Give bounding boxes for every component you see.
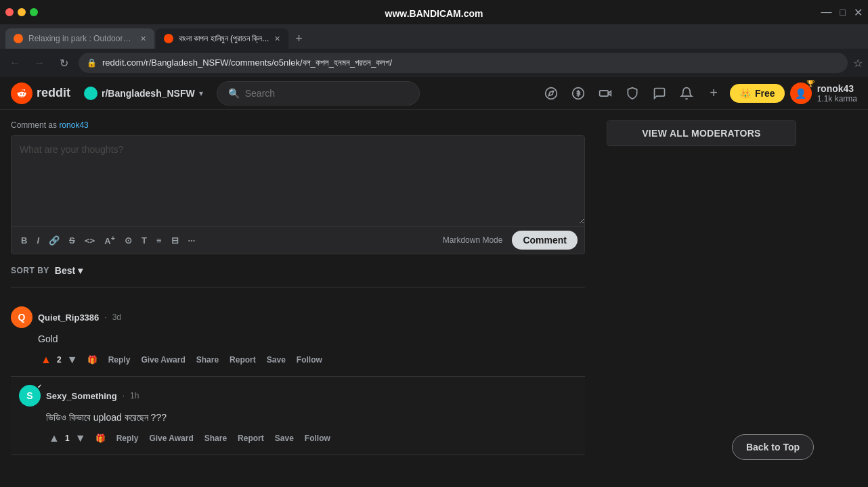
chevron-down-icon: ▾ (199, 89, 203, 98)
heading-button[interactable]: T (139, 234, 150, 247)
sort-select[interactable]: Best ▾ (55, 265, 83, 276)
sort-bar: SORT BY Best ▾ (11, 265, 585, 287)
svg-point-1 (546, 87, 557, 99)
address-bar[interactable]: 🔒 reddit.com/r/Bangladesh_NSFW/comments/… (79, 53, 848, 73)
chrome-restore[interactable]: □ (840, 7, 846, 18)
subreddit-name: r/Bangladesh_NSFW (102, 88, 195, 99)
minimize-window-btn[interactable] (18, 8, 26, 16)
video-icon[interactable] (594, 83, 616, 104)
comment1-author[interactable]: Quiet_Rip3386 (38, 312, 99, 323)
header-icons: + 👑 Free 👤 🏆 ronok43 1.1k karma (540, 83, 857, 104)
svg-rect-4 (600, 90, 609, 95)
sort-chevron-icon: ▾ (78, 265, 83, 276)
address-bar-row: ← → ↻ 🔒 reddit.com/r/Bangladesh_NSFW/com… (0, 49, 868, 77)
comment2-save-button[interactable]: Save (271, 431, 298, 446)
close-window-btn[interactable] (5, 8, 14, 16)
compass-icon[interactable] (540, 83, 562, 104)
bold-button[interactable]: B (18, 234, 30, 247)
strikethrough-button[interactable]: S (66, 234, 78, 247)
comment2-vote-count: 1 (65, 434, 70, 443)
tab2-close[interactable]: ✕ (274, 34, 280, 43)
bookmark-button[interactable]: ☆ (853, 57, 863, 70)
tab-1[interactable]: Relaxing in park : OutdoorRecre... ✕ (5, 28, 154, 49)
window-controls[interactable] (5, 8, 38, 16)
spoiler-button[interactable]: ⊙ (122, 234, 135, 247)
comment1-downvote-button[interactable]: ▼ (64, 352, 81, 368)
user-avatar: 👤 🏆 (790, 83, 812, 104)
link-button[interactable]: 🔗 (46, 234, 62, 247)
comment2-reply-button[interactable]: Reply (112, 431, 143, 446)
sidebar: VIEW ALL MODERATORS (596, 110, 807, 487)
submit-comment-button[interactable]: Comment (512, 231, 578, 250)
italic-button[interactable]: I (34, 234, 42, 247)
more-options-button[interactable]: ··· (186, 234, 198, 247)
sort-label: SORT BY (11, 266, 49, 275)
refresh-button[interactable]: ↻ (54, 53, 73, 72)
comment2-downvote-button[interactable]: ▼ (72, 430, 89, 446)
comment2-share-button[interactable]: Share (200, 431, 231, 446)
view-all-moderators-button[interactable]: VIEW ALL MODERATORS (607, 121, 796, 145)
comment2-author[interactable]: Sexy_Something (46, 391, 117, 401)
comment1-give-award-button[interactable]: Give Award (137, 352, 189, 367)
code-button[interactable]: <> (82, 234, 98, 247)
back-button[interactable]: ← (5, 53, 24, 72)
content-area: Comment as ronok43 B I 🔗 S <> A+ ⊙ T ≡ ⊟… (0, 110, 596, 487)
comment1-report-button[interactable]: Report (225, 352, 260, 367)
subreddit-icon (84, 87, 97, 100)
chat-icon[interactable] (649, 83, 670, 104)
comment1-follow-button[interactable]: Follow (292, 352, 326, 367)
forward-button[interactable]: → (30, 53, 49, 72)
comment-as-label: Comment as ronok43 (11, 120, 585, 130)
user-menu[interactable]: 👤 🏆 ronok43 1.1k karma (790, 83, 857, 104)
comment2-upvote-button[interactable]: ▲ (46, 430, 62, 446)
chrome-minimize[interactable]: — (821, 6, 832, 18)
comment2-vote-area: ▲ 1 ▼ (46, 430, 89, 446)
bullet-list-button[interactable]: ≡ (154, 234, 165, 247)
comment2-dot: · (123, 391, 125, 400)
tab-bar: Relaxing in park : OutdoorRecre... ✕ বাং… (0, 24, 868, 49)
tab-2[interactable]: বাংলা কাপল হানিমুন (পুরাতন ক্লি... ✕ (156, 28, 288, 49)
user-crown-badge: 🏆 (806, 80, 815, 87)
coins-icon[interactable] (567, 83, 589, 104)
markdown-mode-button[interactable]: Markdown Mode (443, 235, 503, 245)
tab1-title: Relaxing in park : OutdoorRecre... (28, 34, 135, 43)
comment-textarea[interactable] (12, 136, 584, 224)
comment1-gift-icon: 🎁 (83, 352, 102, 367)
comment1-save-button[interactable]: Save (263, 352, 290, 367)
comment2-avatar: S ✓ (19, 385, 41, 407)
comment2-give-award-button[interactable]: Give Award (145, 431, 197, 446)
new-tab-button[interactable]: + (290, 28, 308, 49)
title-bar: — □ ✕ (0, 0, 868, 24)
superscript-button[interactable]: A+ (102, 233, 118, 248)
free-premium-button[interactable]: 👑 Free (730, 84, 785, 103)
comment2-header: S ✓ Sexy_Something · 1h (19, 385, 577, 407)
bell-icon[interactable] (676, 83, 697, 104)
comment1-upvote-button[interactable]: ▲ (38, 352, 54, 368)
tab1-favicon (14, 34, 23, 43)
comment1-time: 3d (112, 312, 121, 322)
tab1-close[interactable]: ✕ (140, 34, 146, 43)
numbered-list-button[interactable]: ⊟ (169, 234, 181, 247)
subreddit-selector[interactable]: r/Bangladesh_NSFW ▾ (79, 84, 209, 103)
reddit-logo[interactable]: reddit (11, 83, 70, 104)
plus-icon[interactable]: + (703, 83, 724, 104)
comment2-report-button[interactable]: Report (234, 431, 268, 446)
comment2-follow-button[interactable]: Follow (301, 431, 334, 446)
comment1-reply-button[interactable]: Reply (104, 352, 135, 367)
moderators-panel: VIEW ALL MODERATORS (607, 120, 796, 146)
shield-icon[interactable] (622, 83, 643, 104)
comment1-header: Q Quiet_Rip3386 · 3d (11, 306, 585, 328)
maximize-window-btn[interactable] (30, 8, 38, 16)
tab2-favicon (164, 34, 173, 43)
comment-as-username[interactable]: ronok43 (59, 120, 88, 130)
premium-icon: 👑 (739, 88, 751, 99)
back-to-top-button[interactable]: Back to Top (732, 434, 814, 460)
comment1-text: Gold (38, 333, 58, 344)
search-input[interactable] (245, 88, 408, 99)
editor-toolbar: B I 🔗 S <> A+ ⊙ T ≡ ⊟ ··· Markdown Mode … (12, 226, 584, 254)
chrome-close[interactable]: ✕ (854, 6, 863, 19)
comment1-body: Gold (38, 332, 585, 346)
reddit-icon (11, 83, 32, 104)
search-bar[interactable]: 🔍 (217, 81, 420, 106)
comment1-share-button[interactable]: Share (192, 352, 223, 367)
